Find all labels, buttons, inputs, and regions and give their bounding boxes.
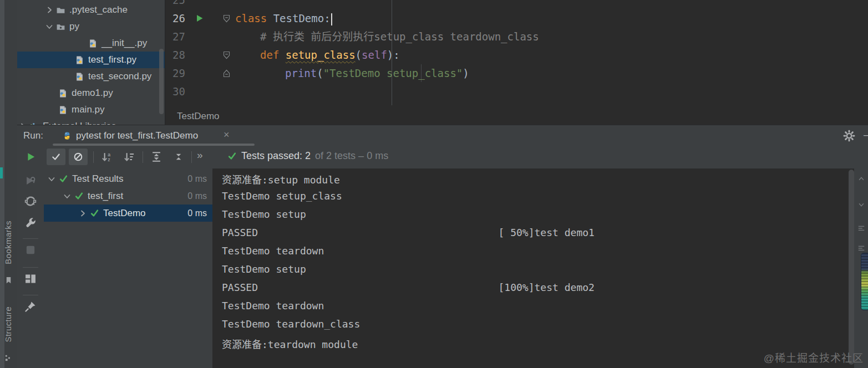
tests-passed-text: Tests passed: 2 <box>241 150 311 162</box>
test-status-bar: Tests passed: 2 of 2 tests – 0 ms <box>227 150 388 162</box>
left-tool-stripe: Bookmarks Structure <box>0 0 18 368</box>
editor-line-25[interactable]: 25 <box>165 0 868 9</box>
console-line: TestDemo teardown_class <box>212 318 849 336</box>
test-duration: 0 ms <box>187 191 212 201</box>
test-node-test-first[interactable]: test_first0 ms <box>44 187 212 205</box>
test-passed-icon <box>90 208 99 218</box>
rerun-tests-button[interactable] <box>22 149 40 165</box>
tree-item--pytest-cache[interactable]: .pytest_cache <box>17 2 165 18</box>
scroll-to-end-icon[interactable] <box>857 244 865 252</box>
toggle-auto-test-icon[interactable] <box>24 195 37 207</box>
breadcrumb[interactable]: TestDemo <box>177 111 220 122</box>
fold-marker-icon[interactable] <box>223 69 230 78</box>
folder-dot-icon <box>56 22 65 32</box>
line-number: 29 <box>165 64 185 83</box>
code-text: class TestDemo: <box>235 9 332 28</box>
test-node-test-results[interactable]: Test Results0 ms <box>44 170 212 187</box>
stop-icon[interactable] <box>24 244 37 256</box>
editor-line-29[interactable]: 29print("TestDemo setup_class") <box>165 64 868 83</box>
fold-marker-icon[interactable] <box>223 51 230 59</box>
svg-text:z: z <box>108 157 110 162</box>
test-passed-icon <box>74 191 84 201</box>
sort-duration-icon <box>124 151 135 162</box>
pytest-run-config-icon <box>62 131 72 141</box>
close-tab-icon[interactable]: × <box>224 129 230 141</box>
project-tree-panel: .pytest_cachepy__init__.pytest_first.pyt… <box>17 0 165 126</box>
code-text: # 执行类 前后分别执行setup_class teardown_class <box>260 28 539 46</box>
fold-marker-icon[interactable] <box>223 14 230 23</box>
editor-line-30[interactable]: 30 <box>165 83 868 101</box>
console-line: TestDemo setup <box>212 208 849 227</box>
tree-item-label: py <box>69 21 79 32</box>
breadcrumb-bar: TestDemo <box>165 109 868 125</box>
chevron-down-icon[interactable] <box>45 22 54 31</box>
gear-icon[interactable] <box>843 130 855 142</box>
pin-tab-icon[interactable] <box>24 300 37 313</box>
tool-window-button-bookmarks[interactable]: Bookmarks <box>3 221 13 264</box>
tree-item-test-first-py[interactable]: test_first.py <box>17 52 165 68</box>
test-node-testdemo[interactable]: TestDemo0 ms <box>44 205 212 222</box>
editor-line-28[interactable]: 28def setup_class(self): <box>165 46 868 64</box>
show-passed-toggle[interactable] <box>47 149 65 165</box>
console-scrollbar[interactable] <box>849 170 854 365</box>
rerun-failed-tests-icon[interactable] <box>24 175 37 187</box>
test-console-output[interactable]: 资源准备:setup moduleTestDemo setup_classTes… <box>212 168 849 368</box>
tree-item-test-second-py[interactable]: test_second.py <box>17 68 165 85</box>
chevron-down-icon[interactable] <box>63 192 72 201</box>
tests-passed-icon <box>227 151 237 161</box>
bookmark-icon <box>4 276 13 284</box>
code-editor[interactable]: 2526class TestDemo:27# 执行类 前后分别执行setup_c… <box>165 0 868 109</box>
sort-by-duration-button[interactable] <box>120 149 139 165</box>
editor-line-26[interactable]: 26class TestDemo: <box>165 9 868 28</box>
watermark: @稀土掘金技术社区 <box>764 350 864 365</box>
collapse-all-icon <box>173 151 184 162</box>
console-right-strip <box>854 168 868 368</box>
tree-item--init-py[interactable]: __init__.py <box>17 35 165 52</box>
editor-line-27[interactable]: 27# 执行类 前后分别执行setup_class teardown_class <box>165 28 868 46</box>
run-panel-header: Run: pytest for test_first.TestDemo × — <box>17 125 868 146</box>
chevron-down-icon[interactable] <box>47 175 56 183</box>
line-number: 28 <box>165 46 185 64</box>
console-line: TestDemo setup_class <box>212 190 849 208</box>
test-settings-wrench-icon[interactable] <box>24 217 37 229</box>
tree-item-label: test_second.py <box>88 71 151 82</box>
tests-passed-detail: of 2 tests – 0 ms <box>315 150 388 162</box>
chevron-right-icon[interactable] <box>78 209 87 218</box>
folder-icon <box>56 6 65 15</box>
run-tab[interactable]: pytest for test_first.TestDemo <box>76 130 198 141</box>
test-results-tree: Test Results0 mstest_first0 msTestDemo0 … <box>44 168 212 368</box>
tree-item-main-py[interactable]: main.py <box>17 101 165 118</box>
project-scrollbar[interactable] <box>159 49 164 114</box>
console-line: TestDemo teardown <box>212 245 849 263</box>
check-icon <box>51 152 61 162</box>
tool-window-button-structure[interactable]: Structure <box>3 306 13 342</box>
tree-item-label: main.py <box>72 104 105 115</box>
code-text: print("TestDemo setup_class") <box>285 64 469 83</box>
tree-item-py[interactable]: py <box>17 18 165 35</box>
scroll-up-icon[interactable] <box>857 175 865 183</box>
no-sign-icon <box>73 152 83 162</box>
console-line: TestDemo setup <box>212 263 849 282</box>
line-number: 30 <box>165 83 185 101</box>
console-line: TestDemo teardown <box>212 300 849 318</box>
python-file-icon <box>58 89 68 98</box>
expand-all-button[interactable] <box>147 149 166 165</box>
restore-layout-icon[interactable] <box>24 273 37 285</box>
soft-wrap-icon[interactable] <box>857 224 865 232</box>
hide-panel-icon[interactable]: — <box>864 129 868 141</box>
scroll-down-icon[interactable] <box>857 201 865 208</box>
sort-alpha-icon: az <box>101 151 113 162</box>
console-line: 资源准备:teardown module <box>212 336 849 355</box>
run-test-gutter-icon[interactable] <box>195 13 204 23</box>
show-ignored-toggle[interactable] <box>69 149 88 165</box>
code-text: def setup_class(self): <box>260 46 400 64</box>
collapse-all-button[interactable] <box>169 149 188 165</box>
sort-alphabetically-button[interactable]: az <box>98 149 116 165</box>
tree-item-demo1-py[interactable]: demo1.py <box>17 85 165 101</box>
more-actions-button[interactable]: » <box>197 149 203 161</box>
test-node-label: TestDemo <box>103 208 146 219</box>
test-duration: 0 ms <box>187 208 212 218</box>
console-line: PASSED [ 50%]test demo1 <box>212 227 849 245</box>
chevron-right-icon[interactable] <box>45 6 54 14</box>
notification-strip <box>861 253 868 310</box>
